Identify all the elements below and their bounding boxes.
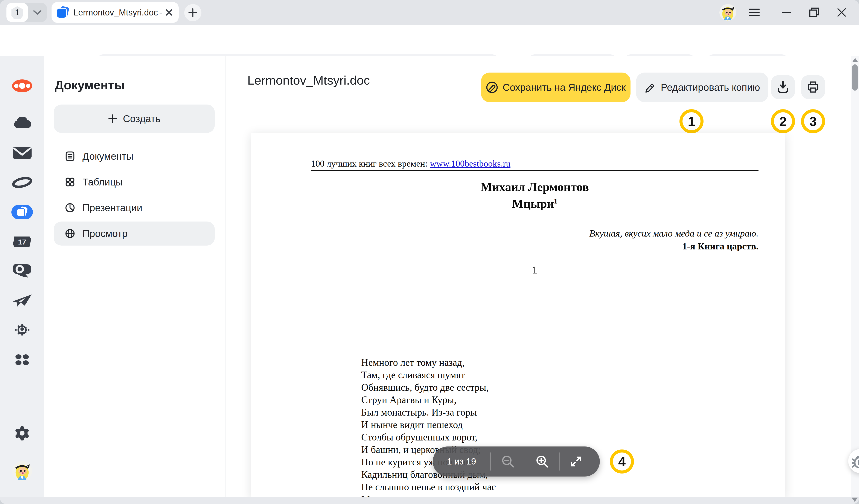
maximize-button[interactable] xyxy=(804,0,824,25)
doc-author: Михаил Лермонтов xyxy=(311,180,758,194)
music-disc-icon xyxy=(12,176,32,189)
chevron-down-icon xyxy=(33,10,42,15)
scroll-up-arrow[interactable] xyxy=(852,58,858,62)
footnote-marker: 1 xyxy=(554,197,558,205)
documents-icon xyxy=(11,205,33,219)
close-window-button[interactable] xyxy=(832,0,851,25)
plus-icon xyxy=(108,114,118,123)
paper-plane-icon xyxy=(12,294,32,307)
browser-menu-button[interactable] xyxy=(745,0,764,25)
active-tab[interactable]: Lermontov_Mtsyri.doc - xyxy=(51,2,179,23)
document-viewer: Lermontov_Mtsyri.doc Сохранить на Яндекс… xyxy=(226,56,851,497)
rail-profile-avatar[interactable] xyxy=(0,458,44,484)
zoom-out-icon xyxy=(501,455,514,468)
mail-icon xyxy=(12,146,32,159)
window-bottom-edge xyxy=(0,497,859,504)
zoom-out-button[interactable] xyxy=(491,455,525,468)
poem-line: И нынче видит пешеход xyxy=(361,418,500,431)
panel-title: Документы xyxy=(55,78,125,92)
zoom-in-icon xyxy=(536,455,549,468)
tab-groups-dropdown[interactable] xyxy=(28,3,47,22)
expand-icon xyxy=(569,455,583,468)
save-to-disk-button[interactable]: Сохранить на Яндекс Диск xyxy=(481,73,631,102)
service-send[interactable] xyxy=(0,288,44,314)
poem-text: Немного лет тому назад,Там, где сливаяся… xyxy=(361,356,500,498)
poem-line: Струи Арагвы и Куры, xyxy=(361,394,500,406)
bug-icon xyxy=(852,454,859,468)
tab-counter[interactable]: 1 xyxy=(6,3,28,22)
save-to-disk-label: Сохранить на Яндекс Диск xyxy=(503,81,626,93)
page-scrollbar[interactable] xyxy=(851,56,859,497)
sidebar-item-documents[interactable]: Документы xyxy=(54,144,215,168)
service-all-apps[interactable] xyxy=(0,347,44,373)
new-tab-button[interactable] xyxy=(184,4,201,21)
poem-line: Обнявшись, будто две сестры, xyxy=(361,381,500,394)
sidebar-item-tables[interactable]: Таблицы xyxy=(54,170,215,194)
download-tray-icon xyxy=(778,81,788,93)
fullscreen-button[interactable] xyxy=(560,455,592,468)
orange-service-icon xyxy=(12,79,33,93)
doc-header-rule xyxy=(311,170,758,171)
service-documents-active[interactable] xyxy=(0,199,44,225)
tab-groups-control[interactable]: 1 xyxy=(6,3,47,22)
profile-avatar[interactable] xyxy=(719,4,736,21)
sidebar-item-label: Таблицы xyxy=(82,176,123,188)
browser-window: 1 Lermontov_Mtsyri.doc - xyxy=(0,0,859,504)
settings-button[interactable] xyxy=(0,420,44,446)
globe-icon xyxy=(65,228,75,239)
create-button[interactable]: Создать xyxy=(54,105,215,133)
circled-pencil-icon xyxy=(486,81,498,93)
services-rail: 17 xyxy=(0,56,44,497)
annotation-badge-3: 3 xyxy=(801,109,825,133)
service-disk[interactable] xyxy=(0,110,44,136)
sidebar-item-label: Презентации xyxy=(82,202,142,214)
alice-avatar-icon xyxy=(719,4,736,21)
tab-close-icon[interactable] xyxy=(165,9,173,16)
print-doc-button[interactable] xyxy=(801,75,825,99)
calendar-icon: 17 xyxy=(13,235,32,248)
download-doc-button[interactable] xyxy=(771,75,795,99)
cloud-icon xyxy=(13,117,32,129)
minimize-icon xyxy=(782,11,792,14)
docs-side-panel: Документы Создать Документы xyxy=(44,56,226,497)
sidebar-item-presentations[interactable]: Презентации xyxy=(54,196,215,220)
scroll-down-arrow[interactable] xyxy=(852,498,858,502)
hamburger-menu-icon xyxy=(749,9,759,17)
poem-line: Там, где сливаяся шумят xyxy=(361,369,500,381)
page-indicator: 1 из 19 xyxy=(433,456,490,467)
minimize-button[interactable] xyxy=(777,0,796,25)
zoom-in-button[interactable] xyxy=(525,455,559,468)
service-messenger[interactable] xyxy=(0,258,44,284)
document-page: 100 лучших книг всех времен: www.100best… xyxy=(251,133,785,498)
gear-icon xyxy=(14,425,30,441)
service-community[interactable] xyxy=(0,317,44,343)
yandex-browser: 1 Lermontov_Mtsyri.doc - xyxy=(0,0,859,504)
annotation-badge-1: 1 xyxy=(679,109,704,133)
doc-header-line: 100 лучших книг всех времен: www.100best… xyxy=(311,158,758,169)
people-gear-icon xyxy=(13,323,31,337)
viewer-doc-title: Lermontov_Mtsyri.doc xyxy=(247,73,370,87)
document-icon xyxy=(65,151,75,162)
address-toolbar: Я docs.yandex.ru Lermontov_Mtsyri.doc - … xyxy=(0,25,859,56)
plus-icon xyxy=(188,8,198,17)
apps-grid-icon xyxy=(15,354,30,366)
service-music[interactable] xyxy=(0,170,44,195)
service-orange-dots[interactable] xyxy=(0,73,44,99)
edit-copy-button[interactable]: Редактировать копию xyxy=(636,73,768,102)
doc-section-number: 1 xyxy=(311,264,758,276)
tab-title-ellipsis: - xyxy=(159,8,162,17)
svg-text:17: 17 xyxy=(18,238,26,246)
doc-epigraph-source: 1-я Книга царств. xyxy=(311,241,758,252)
service-calendar[interactable]: 17 xyxy=(0,229,44,255)
scrollbar-thumb[interactable] xyxy=(852,64,858,91)
edit-copy-label: Редактировать копию xyxy=(661,81,760,93)
doc-header-link[interactable]: www.100bestbooks.ru xyxy=(430,158,511,168)
poem-line: Не слышно пенье в поздний час xyxy=(361,481,500,493)
maximize-icon xyxy=(809,7,819,17)
close-icon xyxy=(837,8,846,17)
service-mail[interactable] xyxy=(0,140,44,166)
pencil-icon xyxy=(645,81,656,93)
doc-epigraph: Вкушая, вкусих мало меда и се аз умираю. xyxy=(311,228,758,239)
sidebar-item-view[interactable]: Просмотр xyxy=(54,222,215,246)
web-content: 17 xyxy=(0,56,859,497)
